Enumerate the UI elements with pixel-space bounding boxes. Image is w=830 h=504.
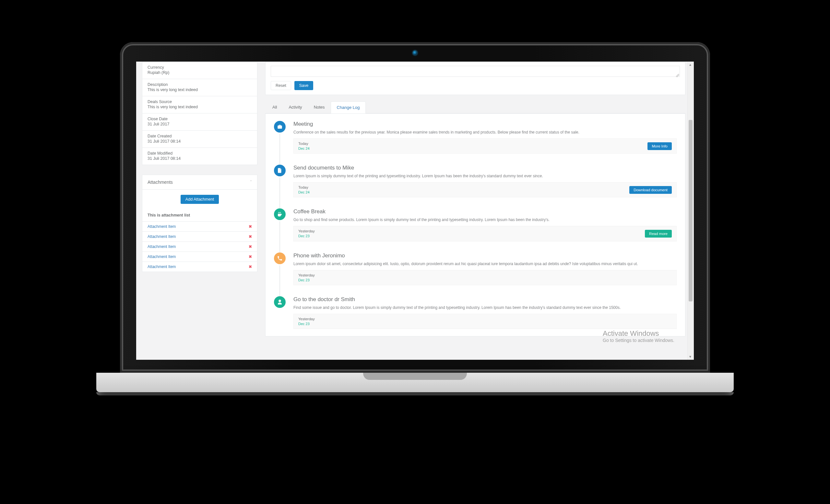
attachment-link[interactable]: Attachment Item xyxy=(148,255,176,259)
timeline-item: Send documents to MikeLorem Ipsum is sim… xyxy=(274,165,677,197)
info-row: Date Modified31 Juli 2017 08:14 xyxy=(142,148,257,165)
timeline-when: TodayDec 24 xyxy=(298,185,310,195)
timeline-date: Dec 23 xyxy=(298,322,315,326)
timeline-item: Phone with JeronimoLorem ipsum dolor sit… xyxy=(274,253,677,285)
scrollbar-thumb[interactable] xyxy=(689,120,693,301)
delete-attachment-icon[interactable]: ✖ xyxy=(249,265,252,269)
info-label: Date Created xyxy=(148,134,252,138)
main-column: Reset Save AllActivityNotesChange Log Me… xyxy=(265,62,688,360)
timeline-when: TodayDec 24 xyxy=(298,141,310,151)
briefcase-icon xyxy=(274,121,286,133)
timeline-title: Send documents to Mike xyxy=(293,165,677,171)
add-attachment-button[interactable]: Add Attachment xyxy=(181,195,219,204)
attachment-row: Attachment Item✖ xyxy=(142,232,257,242)
timeline-connector xyxy=(280,222,280,254)
info-value: 31 Juli 2017 xyxy=(148,122,252,126)
timeline-title: Meeting xyxy=(293,121,677,127)
info-row: Deals SourceThis is very long text indee… xyxy=(142,96,257,113)
timeline-action-button[interactable]: Read more xyxy=(645,230,672,238)
attachment-row: Attachment Item✖ xyxy=(142,222,257,232)
timeline-when: YesterdayDec 23 xyxy=(298,229,315,238)
info-value: 31 Juli 2017 08:14 xyxy=(148,156,252,161)
delete-attachment-icon[interactable]: ✖ xyxy=(249,244,252,249)
timeline-when-label: Yesterday xyxy=(298,229,315,234)
tab-activity[interactable]: Activity xyxy=(283,101,308,113)
timeline-when-label: Yesterday xyxy=(298,317,315,322)
laptop-mockup: CurrencyRupiah (Rp)DescriptionThis is ve… xyxy=(120,42,710,395)
info-label: Description xyxy=(148,82,252,87)
timeline-footer: TodayDec 24More Info xyxy=(293,138,677,154)
attachment-link[interactable]: Attachment Item xyxy=(148,244,176,249)
timeline-action-button[interactable]: Download document xyxy=(629,186,672,194)
timeline-action-button[interactable]: More Info xyxy=(647,142,672,150)
info-label: Deals Source xyxy=(148,100,252,104)
attachment-row: Attachment Item✖ xyxy=(142,252,257,262)
attachments-header[interactable]: Attachments ˄ xyxy=(142,175,257,190)
timeline-footer: TodayDec 24Download document xyxy=(293,182,677,197)
attachments-panel: Attachments ˄ Add Attachment This is att… xyxy=(142,175,257,272)
timeline-item: Coffee BreakGo to shop and find some pro… xyxy=(274,208,677,241)
reset-button[interactable]: Reset xyxy=(271,81,291,90)
delete-attachment-icon[interactable]: ✖ xyxy=(249,255,252,259)
scroll-down-icon[interactable]: ▼ xyxy=(689,355,692,359)
timeline-description: Go to shop and find some products. Lorem… xyxy=(293,217,677,223)
timeline-title: Go to the doctor dr Smith xyxy=(293,296,677,303)
attachment-link[interactable]: Attachment Item xyxy=(148,265,176,269)
chevron-up-icon: ˄ xyxy=(250,180,252,184)
info-value: Rupiah (Rp) xyxy=(148,70,252,75)
info-value: 31 Juli 2017 08:14 xyxy=(148,139,252,143)
timeline-date: Dec 24 xyxy=(298,190,310,195)
info-row: Close Date31 Juli 2017 xyxy=(142,113,257,131)
timeline-when-label: Yesterday xyxy=(298,273,315,278)
compose-textarea[interactable] xyxy=(271,66,680,77)
timeline-description: Lorem Ipsum is simply dummy text of the … xyxy=(293,173,677,179)
info-label: Currency xyxy=(148,65,252,70)
timeline-when: YesterdayDec 23 xyxy=(298,273,315,282)
camera-dot xyxy=(413,51,417,55)
timeline-when-label: Today xyxy=(298,141,310,146)
attachments-heading: Attachments xyxy=(148,179,173,185)
timeline-item: Go to the doctor dr SmithFind some issue… xyxy=(274,296,677,329)
tab-change-log[interactable]: Change Log xyxy=(331,101,366,113)
timeline-date: Dec 23 xyxy=(298,278,315,282)
laptop-notch xyxy=(363,373,467,380)
phone-icon xyxy=(274,253,286,264)
save-button[interactable]: Save xyxy=(294,81,314,90)
timeline-title: Coffee Break xyxy=(293,208,677,215)
left-sidebar: CurrencyRupiah (Rp)DescriptionThis is ve… xyxy=(142,62,257,360)
tab-all[interactable]: All xyxy=(266,101,283,113)
timeline-connector xyxy=(280,134,280,166)
file-icon xyxy=(274,165,286,176)
attachments-actions: Add Attachment xyxy=(142,190,257,209)
timeline-connector xyxy=(280,178,280,210)
deal-info-card: CurrencyRupiah (Rp)DescriptionThis is ve… xyxy=(142,62,257,165)
user-md-icon xyxy=(274,296,286,308)
compose-card: Reset Save xyxy=(265,62,685,95)
info-row: Date Created31 Juli 2017 08:14 xyxy=(142,131,257,148)
info-row: DescriptionThis is very long text indeed xyxy=(142,79,257,96)
compose-buttons: Reset Save xyxy=(271,81,680,90)
timeline-connector xyxy=(280,265,280,298)
attachments-list-title: This is attachment list xyxy=(142,209,257,222)
timeline-footer: YesterdayDec 23Read more xyxy=(293,226,677,241)
vertical-scrollbar[interactable]: ▲ ▼ xyxy=(687,62,694,360)
scroll-up-icon[interactable]: ▲ xyxy=(689,63,692,66)
timeline-when-label: Today xyxy=(298,185,310,190)
info-value: This is very long text indeed xyxy=(148,88,252,92)
timeline-footer: YesterdayDec 23 xyxy=(293,314,677,329)
info-label: Close Date xyxy=(148,117,252,121)
timeline-description: Conference on the sales results for the … xyxy=(293,129,677,135)
delete-attachment-icon[interactable]: ✖ xyxy=(249,224,252,229)
timeline-date: Dec 24 xyxy=(298,146,310,151)
attachment-link[interactable]: Attachment Item xyxy=(148,224,176,229)
timeline-when: YesterdayDec 23 xyxy=(298,317,315,326)
delete-attachment-icon[interactable]: ✖ xyxy=(249,234,252,239)
laptop-base xyxy=(96,373,734,392)
laptop-foot xyxy=(96,392,734,395)
timeline-date: Dec 23 xyxy=(298,234,315,238)
timeline-description: Find some issue and go to doctor. Lorem … xyxy=(293,305,677,310)
info-row: CurrencyRupiah (Rp) xyxy=(142,62,257,79)
tab-notes[interactable]: Notes xyxy=(308,101,331,113)
screen: CurrencyRupiah (Rp)DescriptionThis is ve… xyxy=(136,62,694,360)
attachment-link[interactable]: Attachment Item xyxy=(148,234,176,239)
